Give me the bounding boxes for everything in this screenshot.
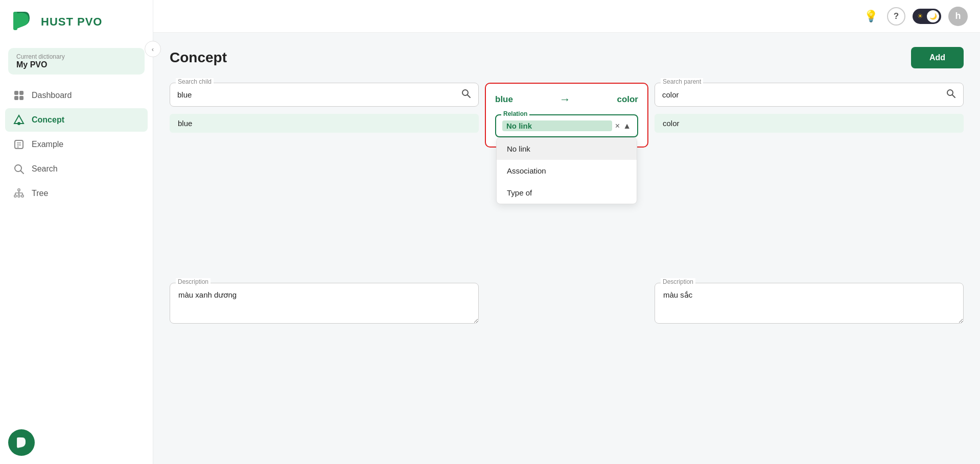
dashboard-icon [13, 90, 25, 101]
current-dict-value: My PVO [16, 60, 136, 69]
current-dict-label: Current dictionary [16, 53, 136, 60]
search-child-field[interactable] [170, 83, 479, 107]
sidebar-item-dashboard[interactable]: Dashboard [5, 84, 148, 107]
lamp-button[interactable]: 💡 [861, 7, 880, 26]
avatar-letter: h [955, 11, 961, 21]
relation-select-wrapper[interactable]: Relation No link × ▲ No link Association [495, 114, 638, 137]
topbar: 💡 ? ☀ 🌙 h [153, 0, 980, 33]
sidebar-item-search[interactable]: Search [5, 157, 148, 181]
search-parent-input[interactable] [662, 90, 942, 99]
book-fab-button[interactable] [8, 429, 35, 456]
search-nav-icon [13, 163, 25, 175]
left-panel: Search child blue Description [170, 83, 485, 326]
left-description-wrapper: Description [170, 283, 479, 326]
example-icon [13, 139, 25, 150]
sidebar-bottom [0, 421, 153, 464]
svg-line-13 [21, 171, 24, 174]
search-parent-label: Search parent [661, 78, 703, 85]
help-button[interactable]: ? [887, 7, 905, 26]
relation-arrow-icon: → [559, 93, 571, 106]
relation-select-value-row: No link × ▲ [496, 115, 637, 136]
toggle-knob: 🌙 [927, 10, 939, 22]
svg-rect-15 [14, 195, 16, 197]
search-parent-wrapper: Search parent [655, 83, 964, 107]
sidebar-collapse-button[interactable]: ‹ [145, 41, 161, 57]
svg-rect-1 [13, 12, 17, 30]
search-child-label: Search child [176, 78, 214, 85]
sidebar-item-label-tree: Tree [32, 189, 48, 198]
search-child-wrapper: Search child [170, 83, 479, 107]
option-type-of-label: Type of [507, 188, 532, 197]
option-association-label: Association [507, 166, 546, 175]
relation-dropdown-options: No link Association Type of [496, 137, 637, 204]
sidebar-item-example[interactable]: Example [5, 133, 148, 156]
relation-clear-button[interactable]: × [615, 121, 620, 131]
svg-line-24 [468, 95, 470, 97]
right-description-label: Description [661, 278, 695, 285]
sidebar-item-label-concept: Concept [32, 115, 64, 125]
option-no-link-label: No link [507, 144, 530, 153]
current-dictionary-box: Current dictionary My PVO [8, 48, 145, 75]
option-no-link[interactable]: No link [497, 138, 637, 160]
sidebar-item-label-example: Example [32, 140, 63, 149]
svg-rect-17 [21, 195, 24, 197]
page-title: Concept [170, 50, 227, 66]
relation-parent-label: color [617, 94, 638, 105]
search-parent-icon[interactable] [946, 88, 956, 101]
sidebar-item-tree[interactable]: Tree [5, 182, 148, 205]
option-type-of[interactable]: Type of [497, 182, 637, 204]
content-area: Concept Add Search child [153, 33, 980, 464]
main-area: 💡 ? ☀ 🌙 h Concept Add Search child [153, 0, 980, 464]
sidebar: HUST PVO Current dictionary My PVO Dashb… [0, 0, 153, 464]
search-child-result[interactable]: blue [170, 114, 479, 133]
search-parent-field[interactable] [655, 83, 964, 107]
middle-relation-panel: blue → color Relation No link × ▲ No lin… [485, 83, 648, 148]
nav-menu: Dashboard Concept Example [0, 84, 153, 205]
page-header: Concept Add [170, 47, 964, 68]
relation-child-label: blue [495, 94, 513, 105]
dark-mode-toggle[interactable]: ☀ 🌙 [913, 9, 941, 24]
relation-selected-text: No link [502, 120, 612, 131]
sun-icon: ☀ [917, 12, 923, 20]
concept-icon [13, 114, 25, 126]
lamp-icon: 💡 [864, 10, 878, 23]
sidebar-item-concept[interactable]: Concept [5, 108, 148, 132]
logo-icon [10, 9, 36, 35]
svg-rect-14 [18, 189, 20, 191]
right-panel: Search parent color Descriptio [648, 83, 964, 326]
help-icon: ? [894, 11, 899, 21]
sidebar-item-label-search: Search [32, 164, 58, 174]
search-child-icon[interactable] [461, 88, 471, 101]
logo-text: HUST PVO [41, 15, 102, 29]
relation-header: blue → color [495, 93, 638, 106]
svg-rect-2 [14, 91, 18, 95]
svg-point-7 [17, 122, 20, 125]
collapse-icon: ‹ [152, 45, 154, 53]
svg-line-26 [952, 95, 955, 97]
add-button[interactable]: Add [911, 47, 964, 68]
tree-icon [13, 188, 25, 199]
left-description-label: Description [176, 278, 211, 285]
sidebar-item-label-dashboard: Dashboard [32, 91, 72, 100]
right-description-textarea[interactable] [655, 283, 964, 324]
right-description-wrapper: Description [655, 283, 964, 326]
relation-select-label: Relation [501, 110, 529, 117]
svg-rect-5 [19, 96, 24, 100]
option-association[interactable]: Association [497, 160, 637, 182]
search-child-input[interactable] [177, 90, 457, 99]
relation-editor: Search child blue Description [170, 83, 964, 326]
relation-chevron-icon[interactable]: ▲ [623, 121, 631, 131]
user-avatar[interactable]: h [948, 7, 968, 26]
logo-area: HUST PVO [0, 0, 153, 44]
svg-rect-3 [19, 91, 24, 95]
left-description-textarea[interactable] [170, 283, 479, 324]
svg-rect-16 [18, 195, 20, 197]
search-parent-result[interactable]: color [655, 114, 964, 133]
svg-rect-4 [14, 96, 18, 100]
